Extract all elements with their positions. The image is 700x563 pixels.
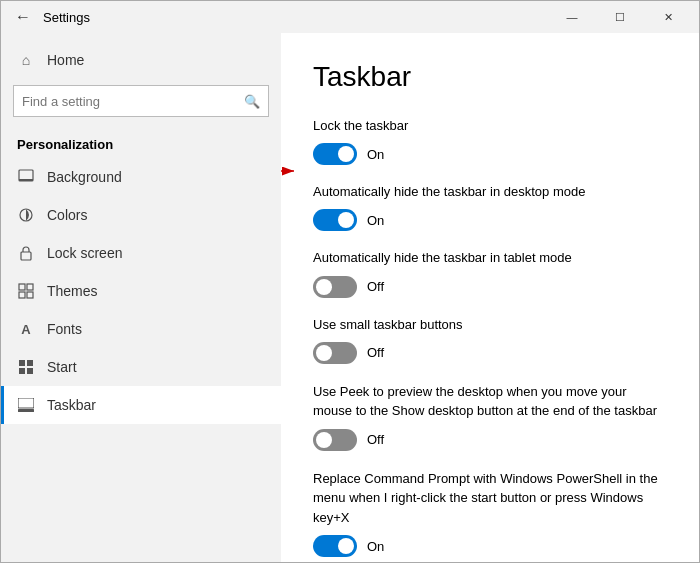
toggle-row: Off: [313, 276, 667, 298]
sidebar-item-home[interactable]: ⌂ Home: [1, 41, 281, 79]
sidebar-item-label: Fonts: [47, 321, 82, 337]
svg-rect-10: [19, 368, 25, 374]
sidebar-item-label: Taskbar: [47, 397, 96, 413]
toggle-peek[interactable]: [313, 429, 357, 451]
toggle-auto-hide-desktop[interactable]: [313, 209, 357, 231]
home-icon: ⌂: [17, 51, 35, 69]
back-button[interactable]: ←: [13, 7, 33, 27]
sidebar-item-themes[interactable]: Themes: [1, 272, 281, 310]
setting-label: Replace Command Prompt with Windows Powe…: [313, 469, 667, 528]
sidebar-section-title: Personalization: [1, 129, 281, 158]
toggle-knob: [316, 432, 332, 448]
window-controls: — ☐ ✕: [549, 1, 691, 33]
start-icon: [17, 358, 35, 376]
svg-rect-13: [18, 409, 34, 412]
setting-label: Automatically hide the taskbar in deskto…: [313, 183, 667, 201]
setting-peek: Use Peek to preview the desktop when you…: [313, 382, 667, 451]
setting-label: Automatically hide the taskbar in tablet…: [313, 249, 667, 267]
svg-rect-4: [19, 284, 25, 290]
svg-rect-1: [19, 179, 33, 181]
sidebar-item-taskbar[interactable]: Taskbar: [1, 386, 281, 424]
setting-powershell: Replace Command Prompt with Windows Powe…: [313, 469, 667, 558]
toggle-state: On: [367, 213, 384, 228]
sidebar-item-colors[interactable]: Colors: [1, 196, 281, 234]
toggle-state: On: [367, 147, 384, 162]
setting-label: Use Peek to preview the desktop when you…: [313, 382, 667, 421]
svg-rect-3: [21, 252, 31, 260]
toggle-row: On: [313, 209, 667, 231]
toggle-state: Off: [367, 432, 384, 447]
sidebar-item-start[interactable]: Start: [1, 348, 281, 386]
maximize-button[interactable]: ☐: [597, 1, 643, 33]
search-box[interactable]: 🔍: [13, 85, 269, 117]
svg-rect-5: [27, 284, 33, 290]
svg-rect-6: [19, 292, 25, 298]
sidebar-item-lock-screen[interactable]: Lock screen: [1, 234, 281, 272]
content-area: ⌂ Home 🔍 Personalization Background Colo…: [1, 33, 699, 562]
toggle-row: On: [313, 143, 667, 165]
toggle-row: Off: [313, 342, 667, 364]
setting-lock-taskbar: Lock the taskbar On: [313, 117, 667, 165]
taskbar-icon: [17, 396, 35, 414]
svg-rect-7: [27, 292, 33, 298]
sidebar: ⌂ Home 🔍 Personalization Background Colo…: [1, 33, 281, 562]
search-input[interactable]: [22, 94, 244, 109]
home-label: Home: [47, 52, 84, 68]
sidebar-item-label: Colors: [47, 207, 87, 223]
page-title: Taskbar: [313, 61, 667, 93]
svg-rect-11: [27, 368, 33, 374]
toggle-knob: [338, 146, 354, 162]
background-icon: [17, 168, 35, 186]
setting-small-buttons: Use small taskbar buttons Off: [313, 316, 667, 364]
title-bar-left: ← Settings: [13, 7, 90, 27]
search-icon: 🔍: [244, 94, 260, 109]
svg-rect-12: [18, 398, 34, 408]
setting-label: Use small taskbar buttons: [313, 316, 667, 334]
window-title: Settings: [43, 10, 90, 25]
svg-rect-9: [27, 360, 33, 366]
toggle-row: On: [313, 535, 667, 557]
title-bar: ← Settings — ☐ ✕: [1, 1, 699, 33]
sidebar-item-label: Background: [47, 169, 122, 185]
toggle-knob: [338, 212, 354, 228]
toggle-state: On: [367, 539, 384, 554]
lock-icon: [17, 244, 35, 262]
colors-icon: [17, 206, 35, 224]
toggle-powershell[interactable]: [313, 535, 357, 557]
fonts-icon: A: [17, 320, 35, 338]
setting-label: Lock the taskbar: [313, 117, 667, 135]
svg-rect-8: [19, 360, 25, 366]
close-button[interactable]: ✕: [645, 1, 691, 33]
toggle-state: Off: [367, 345, 384, 360]
toggle-knob: [338, 538, 354, 554]
toggle-row: Off: [313, 429, 667, 451]
setting-auto-hide-desktop: Automatically hide the taskbar in deskto…: [313, 183, 667, 231]
main-panel: Taskbar Lock the taskbar On Automaticall…: [281, 33, 699, 562]
toggle-lock-taskbar[interactable]: [313, 143, 357, 165]
sidebar-item-fonts[interactable]: A Fonts: [1, 310, 281, 348]
toggle-state: Off: [367, 279, 384, 294]
toggle-knob: [316, 279, 332, 295]
themes-icon: [17, 282, 35, 300]
toggle-auto-hide-tablet[interactable]: [313, 276, 357, 298]
sidebar-item-label: Start: [47, 359, 77, 375]
arrow-annotation: [281, 151, 306, 191]
sidebar-item-label: Lock screen: [47, 245, 122, 261]
setting-auto-hide-tablet: Automatically hide the taskbar in tablet…: [313, 249, 667, 297]
minimize-button[interactable]: —: [549, 1, 595, 33]
settings-window: ← Settings — ☐ ✕ ⌂ Home 🔍 Personalizatio…: [0, 0, 700, 563]
sidebar-item-label: Themes: [47, 283, 98, 299]
toggle-knob: [316, 345, 332, 361]
toggle-small-buttons[interactable]: [313, 342, 357, 364]
sidebar-item-background[interactable]: Background: [1, 158, 281, 196]
